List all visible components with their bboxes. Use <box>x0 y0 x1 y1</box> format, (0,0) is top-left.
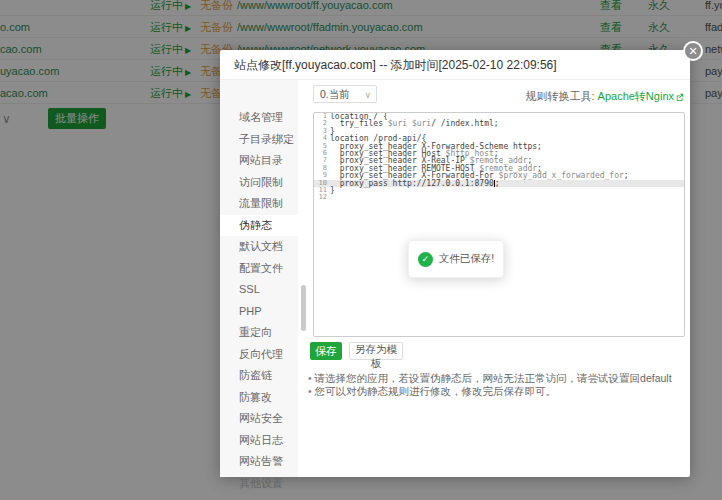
sidebar-item-10[interactable]: 重定向 <box>220 322 298 344</box>
line-number: 12 <box>314 194 330 201</box>
line-number: 4 <box>314 135 330 142</box>
code-text: try_files $uri $uri/ /index.html; <box>330 120 499 127</box>
line-number: 8 <box>314 165 330 172</box>
code-line[interactable]: 2 try_files $uri $uri/ /index.html; <box>314 120 684 127</box>
code-line[interactable]: 10 proxy_pass http://127.0.0.1:8790; <box>314 180 684 187</box>
external-link-icon <box>676 91 684 103</box>
save-as-template-button[interactable]: 另存为模板 <box>349 342 403 360</box>
sidebar-scrollbar-thumb[interactable] <box>301 285 306 331</box>
line-number: 7 <box>314 157 330 164</box>
sidebar-item-14[interactable]: 网站安全 <box>220 408 298 430</box>
text-cursor <box>494 180 495 187</box>
chevron-down-icon: ∨ <box>364 87 371 103</box>
sidebar-item-0[interactable]: 域名管理 <box>220 107 298 129</box>
sidebar-item-active[interactable]: 伪静态 <box>220 215 298 237</box>
rule-converter: 规则转换工具: Apache转Nginx <box>525 89 684 104</box>
sidebar-item-15[interactable]: 网站日志 <box>220 430 298 452</box>
sidebar-item-11[interactable]: 反向代理 <box>220 344 298 366</box>
site-settings-modal: 站点修改[ff.youyacao.com] -- 添加时间[2025-02-10… <box>220 50 690 477</box>
sidebar-item-17[interactable]: 其他设置 <box>220 473 298 495</box>
save-button[interactable]: 保存 <box>310 342 342 360</box>
check-icon: ✓ <box>418 252 433 267</box>
sidebar-item-6[interactable]: 默认文档 <box>220 236 298 258</box>
saved-toast: ✓ 文件已保存! <box>408 240 504 278</box>
sidebar-item-7[interactable]: 配置文件 <box>220 258 298 280</box>
sidebar-item-4[interactable]: 流量限制 <box>220 193 298 215</box>
close-icon[interactable]: ✕ <box>683 41 703 61</box>
converter-label: 规则转换工具: <box>525 90 594 102</box>
modal-sidebar: 域名管理子目录绑定网站目录访问限制流量限制伪静态默认文档配置文件SSLPHP重定… <box>220 80 298 477</box>
line-number: 5 <box>314 143 330 150</box>
help-note: 请选择您的应用，若设置伪静态后，网站无法正常访问，请尝试设置回default <box>308 372 678 385</box>
line-number: 2 <box>314 120 330 127</box>
modal-title: 站点修改[ff.youyacao.com] -- 添加时间[2025-02-10… <box>234 50 557 80</box>
code-line[interactable]: 11} <box>314 187 684 194</box>
sidebar-item-3[interactable]: 访问限制 <box>220 172 298 194</box>
sidebar-item-1[interactable]: 子目录绑定 <box>220 129 298 151</box>
modal-titlebar: 站点修改[ff.youyacao.com] -- 添加时间[2025-02-10… <box>220 50 690 80</box>
sidebar-item-8[interactable]: SSL <box>220 279 298 301</box>
page: 运行中▶无备份/www/wwwroot/ff.youyacao.com查看永久f… <box>0 0 722 500</box>
help-note: 您可以对伪静态规则进行修改，修改完后保存即可。 <box>308 385 678 398</box>
rewrite-code-editor[interactable]: 1location / {2 try_files $uri $uri/ /ind… <box>313 112 685 337</box>
line-number: 3 <box>314 128 330 135</box>
apache-to-nginx-link[interactable]: Apache转Nginx <box>598 90 674 102</box>
sidebar-item-9[interactable]: PHP <box>220 301 298 323</box>
help-notes: 请选择您的应用，若设置伪静态后，网站无法正常访问，请尝试设置回default您可… <box>308 372 678 398</box>
line-number: 6 <box>314 150 330 157</box>
sidebar-item-13[interactable]: 防篡改 <box>220 387 298 409</box>
code-text: } <box>330 187 335 194</box>
sidebar-item-2[interactable]: 网站目录 <box>220 150 298 172</box>
sidebar-item-16[interactable]: 网站告警 <box>220 451 298 473</box>
rule-version-value: 0.当前 <box>320 88 350 100</box>
code-text: proxy_pass http://127.0.0.1:8790; <box>330 180 500 187</box>
rule-version-select[interactable]: 0.当前 ∨ <box>313 85 377 103</box>
sidebar-item-12[interactable]: 防盗链 <box>220 365 298 387</box>
toast-message: 文件已保存! <box>439 252 494 266</box>
code-line[interactable]: 12 <box>314 194 684 201</box>
line-number: 1 <box>314 113 330 120</box>
